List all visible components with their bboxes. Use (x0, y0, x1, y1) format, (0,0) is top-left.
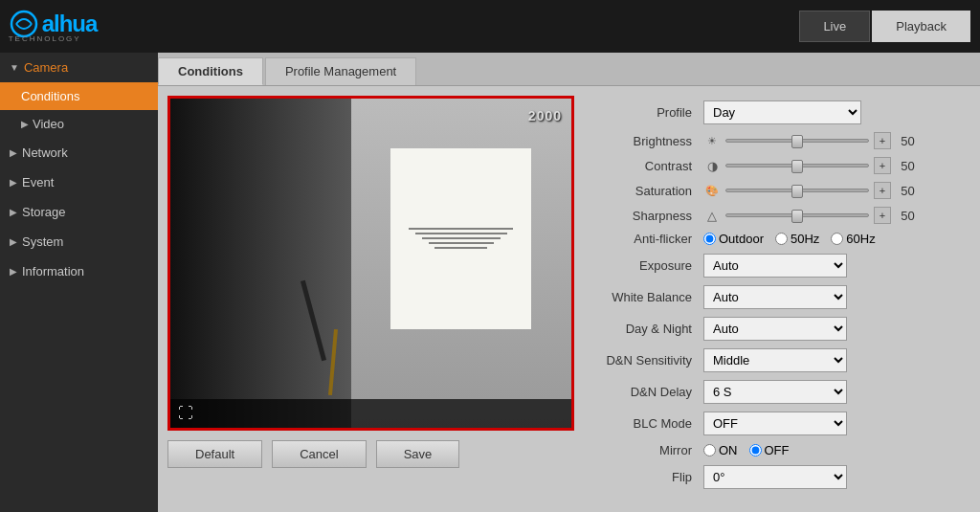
mirror-label: Mirror (598, 443, 703, 457)
network-label: Network (22, 145, 68, 160)
default-button[interactable]: Default (167, 440, 262, 468)
tab-conditions[interactable]: Conditions (158, 57, 263, 85)
dnd-sensitivity-control: Low Middle High (703, 348, 970, 372)
antiflicker-outdoor[interactable]: Outdoor (703, 232, 764, 246)
contrast-plus-button[interactable]: + (874, 157, 891, 174)
whitebalance-label: White Balance (598, 290, 703, 304)
tab-bar: Conditions Profile Management (158, 53, 980, 86)
profile-row: Profile Day Night Normal (598, 100, 970, 124)
sidebar-section-information[interactable]: ▶ Information (0, 256, 158, 286)
brightness-slider-thumb[interactable] (791, 135, 803, 148)
contrast-slider-track[interactable] (725, 164, 869, 167)
contrast-value: 50 (896, 159, 920, 173)
antiflicker-60hz-label: 60Hz (846, 232, 875, 246)
saturation-value: 50 (896, 184, 920, 198)
antiflicker-50hz[interactable]: 50Hz (775, 232, 819, 246)
brightness-slider-track[interactable] (725, 139, 869, 143)
brightness-control: ☀ + 50 (703, 132, 970, 149)
antiflicker-row: Anti-flicker Outdoor 50Hz (598, 232, 970, 246)
exposure-row: Exposure Auto Manual (598, 254, 970, 278)
saturation-plus-button[interactable]: + (874, 182, 891, 199)
camera-section-label: Camera (24, 60, 68, 75)
antiflicker-outdoor-label: Outdoor (719, 232, 764, 246)
blc-mode-control: OFF BLC WDR HLC (703, 412, 970, 435)
sidebar-section-camera[interactable]: ▼ Camera (0, 53, 158, 82)
flip-control: 0° 90° 180° 270° (703, 465, 970, 489)
flip-select[interactable]: 0° 90° 180° 270° (703, 465, 847, 489)
playback-button[interactable]: Playback (872, 11, 970, 42)
flip-label: Flip (598, 470, 703, 484)
board-line-3 (422, 237, 501, 239)
sidebar-section-network[interactable]: ▶ Network (0, 138, 158, 167)
antiflicker-50hz-label: 50Hz (791, 232, 819, 246)
saturation-slider-thumb[interactable] (791, 185, 803, 198)
saturation-control: 🎨 + 50 (703, 182, 970, 199)
main-layout: ▼ Camera Conditions ▶ Video ▶ Network ▶ … (0, 53, 980, 512)
dnd-sensitivity-select[interactable]: Low Middle High (703, 348, 847, 372)
mirror-on[interactable]: ON (703, 443, 738, 457)
storage-arrow-icon: ▶ (10, 207, 17, 217)
exposure-label: Exposure (598, 258, 703, 273)
sidebar: ▼ Camera Conditions ▶ Video ▶ Network ▶ … (0, 53, 158, 512)
sidebar-item-video[interactable]: ▶ Video (0, 110, 158, 138)
profile-control: Day Night Normal (703, 100, 970, 124)
dnd-delay-row: D&N Delay 2 S 4 S 6 S 8 S 10 S (598, 380, 970, 404)
system-label: System (22, 234, 63, 249)
antiflicker-control: Outdoor 50Hz 60Hz (703, 232, 970, 246)
saturation-icon: 🎨 (703, 182, 721, 199)
content-area: 2000 ⛶ Default Cancel Save Profile (158, 86, 980, 507)
daynight-row: Day & Night Auto Day Night (598, 317, 970, 341)
blc-mode-select[interactable]: OFF BLC WDR HLC (703, 412, 847, 435)
exposure-select[interactable]: Auto Manual (703, 254, 847, 278)
board-line-2 (415, 233, 507, 234)
mirror-on-label: ON (719, 443, 738, 457)
contrast-slider-thumb[interactable] (791, 160, 803, 173)
sharpness-icon: △ (703, 207, 721, 224)
sidebar-section-storage[interactable]: ▶ Storage (0, 197, 158, 227)
header-buttons: Live Playback (799, 11, 970, 42)
information-arrow-icon: ▶ (10, 266, 17, 277)
sidebar-item-conditions[interactable]: Conditions (0, 82, 158, 110)
profile-select[interactable]: Day Night Normal (703, 100, 861, 124)
brightness-label: Brightness (598, 134, 703, 148)
sharpness-control: △ + 50 (703, 207, 970, 224)
save-button[interactable]: Save (376, 440, 460, 468)
brightness-min-icon: ☀ (703, 132, 721, 149)
sidebar-section-event[interactable]: ▶ Event (0, 167, 158, 197)
fullscreen-icon[interactable]: ⛶ (178, 405, 193, 422)
whitebalance-select[interactable]: Auto Manual (703, 285, 847, 309)
cancel-button[interactable]: Cancel (272, 440, 366, 468)
flip-row: Flip 0° 90° 180° 270° (598, 465, 970, 489)
sidebar-section-system[interactable]: ▶ System (0, 227, 158, 256)
exposure-control: Auto Manual (703, 254, 970, 278)
board-line-1 (409, 228, 513, 230)
event-arrow-icon: ▶ (10, 177, 17, 188)
brightness-plus-button[interactable]: + (874, 132, 891, 149)
video-controls-bar: ⛶ (170, 399, 571, 428)
antiflicker-radio-group: Outdoor 50Hz 60Hz (703, 232, 876, 246)
dnd-sensitivity-label: D&N Sensitivity (598, 353, 703, 367)
dnd-delay-select[interactable]: 2 S 4 S 6 S 8 S 10 S (703, 380, 847, 404)
sharpness-label: Sharpness (598, 209, 703, 223)
saturation-label: Saturation (598, 184, 703, 198)
blc-mode-label: BLC Mode (598, 416, 703, 431)
live-button[interactable]: Live (799, 11, 870, 42)
daynight-select[interactable]: Auto Day Night (703, 317, 847, 341)
svg-point-0 (11, 11, 36, 36)
tab-profile-management[interactable]: Profile Management (265, 57, 416, 85)
profile-label: Profile (598, 105, 703, 120)
sharpness-slider-thumb[interactable] (791, 210, 803, 223)
header: alhua TECHNOLOGY Live Playback (0, 0, 980, 53)
contrast-control: ◑ + 50 (703, 157, 970, 174)
sharpness-plus-button[interactable]: + (874, 207, 891, 224)
antiflicker-60hz[interactable]: 60Hz (831, 232, 875, 246)
logo-brand-text: alhua (42, 11, 98, 37)
mirror-off[interactable]: OFF (749, 443, 790, 457)
contrast-label: Contrast (598, 159, 703, 173)
video-board (390, 148, 531, 329)
action-buttons: Default Cancel Save (167, 440, 579, 468)
antiflicker-label: Anti-flicker (598, 232, 703, 246)
sharpness-slider-track[interactable] (725, 213, 869, 217)
saturation-slider-track[interactable] (725, 189, 869, 192)
whitebalance-control: Auto Manual (703, 285, 970, 309)
